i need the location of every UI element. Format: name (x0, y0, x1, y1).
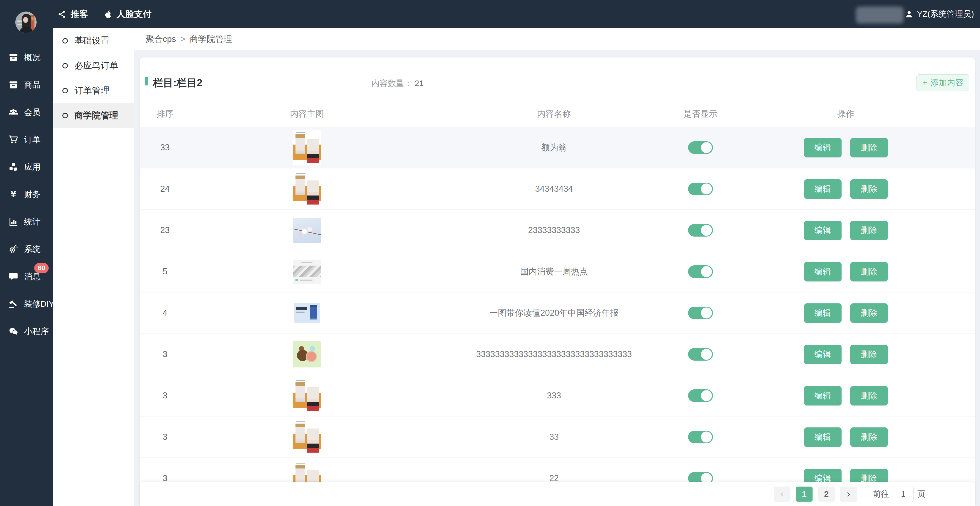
topbar-nav: 推客 人脸支付 (57, 0, 151, 28)
visibility-toggle[interactable] (688, 431, 713, 443)
edit-button[interactable]: 编辑 (804, 428, 842, 447)
edit-button[interactable]: 编辑 (804, 345, 842, 364)
sidebar-item-订单[interactable]: 订单 (0, 126, 53, 153)
redacted-text-blur (856, 6, 904, 24)
admin-page: 推客 人脸支付 YZ(系统管理员) (0, 0, 980, 506)
nav-item-face-pay[interactable]: 人脸支付 (103, 8, 151, 20)
breadcrumb-root[interactable]: 聚合cps (146, 34, 176, 45)
sidebar-item-装修DIY[interactable]: 装修DIY (0, 290, 53, 318)
content-name: 国内消费一周热点 (424, 266, 684, 278)
sidebar-item-应用[interactable]: 应用 (0, 153, 53, 181)
table-row: 3 333333333333333333333333333333333 编辑 删… (140, 334, 975, 375)
edit-button[interactable]: 编辑 (804, 303, 842, 323)
table-row: 23 23333333333 编辑 删除 (140, 210, 975, 251)
sidebar-item-概况[interactable]: 概况 (0, 44, 53, 71)
visibility-toggle[interactable] (688, 141, 713, 154)
table-row: 33 额为翁 编辑 删除 (140, 127, 975, 168)
submenu-item-label: 基础设置 (75, 35, 110, 47)
sidebar-item-label: 统计 (24, 216, 40, 228)
visibility-toggle[interactable] (688, 183, 713, 195)
apple-icon (103, 10, 113, 19)
submenu-item-基础设置[interactable]: 基础设置 (53, 28, 134, 53)
sidebar-item-统计[interactable]: 统计 (0, 208, 53, 235)
submenu-item-必应鸟订单[interactable]: 必应鸟订单 (53, 53, 134, 78)
table-row: 4 一图带你读懂2020年中国经济年报 编辑 删除 (140, 292, 975, 334)
sidebar-item-label: 小程序 (24, 326, 49, 337)
sidebar-menu: 概况 商品 会员 订单 应用 ¥ 财务 统计 系统 消息 (0, 44, 53, 345)
table-row: 5 国内消费一周热点 编辑 删除 (140, 251, 975, 292)
visibility-toggle[interactable] (688, 306, 713, 319)
sidebar-item-消息[interactable]: 消息 60 (0, 263, 53, 290)
sidebar-item-财务[interactable]: ¥ 财务 (0, 181, 53, 208)
goods-box-icon (8, 80, 19, 90)
sort-value: 23 (140, 225, 190, 235)
visibility-toggle[interactable] (688, 348, 713, 361)
edit-button[interactable]: 编辑 (804, 179, 842, 199)
sidebar-item-label: 系统 (24, 244, 40, 255)
breadcrumb: 聚合cps > 商学院管理 (134, 28, 980, 50)
orders-cart-icon (8, 134, 19, 145)
add-content-button[interactable]: + 添加内容 (916, 75, 969, 91)
sort-value: 5 (140, 267, 190, 276)
delete-button[interactable]: 删除 (850, 345, 888, 364)
circle-bullet-icon (62, 63, 68, 69)
delete-button[interactable]: 删除 (850, 303, 888, 323)
edit-button[interactable]: 编辑 (804, 262, 842, 281)
content-thumbnail-fashion-collage (293, 419, 321, 455)
column-header-visible: 是否显示 (684, 108, 717, 120)
delete-button[interactable]: 删除 (850, 138, 888, 158)
column-header-name: 内容名称 (424, 108, 684, 120)
sort-value: 3 (140, 350, 190, 359)
circle-bullet-icon (62, 113, 68, 118)
message-bubble-icon (8, 271, 19, 282)
page-title: 栏目:栏目2 (153, 76, 202, 90)
content-thumbnail-gray-poster (293, 260, 321, 284)
content-card: 栏目:栏目2 内容数量： 21 + 添加内容 排序 内容主图 内容名称 是否显示… (140, 57, 975, 506)
edit-button[interactable]: 编辑 (804, 386, 842, 405)
content-name: 333333333333333333333333333333333 (424, 350, 684, 359)
page-button-1[interactable]: 1 (796, 487, 813, 501)
sidebar-item-label: 应用 (24, 161, 40, 173)
table-row: 3 33 编辑 删除 (140, 417, 975, 458)
delete-button[interactable]: 删除 (850, 221, 888, 240)
submenu-panel: 基础设置 必应鸟订单 订单管理 商学院管理 (53, 28, 134, 506)
delete-button[interactable]: 删除 (850, 428, 888, 447)
edit-button[interactable]: 编辑 (804, 138, 842, 158)
column-header-sort: 排序 (140, 108, 190, 120)
submenu-item-订单管理[interactable]: 订单管理 (53, 78, 134, 103)
visibility-toggle[interactable] (688, 389, 713, 402)
pagination: ‹ 12 › 前往 页 (774, 482, 926, 506)
next-page-button[interactable]: › (840, 487, 857, 501)
delete-button[interactable]: 删除 (850, 179, 888, 199)
goto-page-input[interactable] (893, 486, 913, 502)
sidebar-item-商品[interactable]: 商品 (0, 71, 53, 99)
table-body: 33 额为翁 编辑 删除 24 34343434 编辑 删除 23 233333… (140, 127, 975, 499)
edit-button[interactable]: 编辑 (804, 221, 842, 240)
circle-bullet-icon (62, 88, 68, 93)
submenu-item-商学院管理[interactable]: 商学院管理 (53, 103, 134, 128)
nav-item-label: 推客 (71, 8, 88, 20)
sort-value: 33 (140, 143, 190, 153)
sidebar-item-系统[interactable]: 系统 (0, 235, 53, 263)
goto-unit-label: 页 (917, 488, 926, 500)
apps-cubes-icon (8, 162, 19, 172)
sidebar-item-label: 概况 (24, 52, 40, 63)
visibility-toggle[interactable] (688, 265, 713, 278)
delete-button[interactable]: 删除 (850, 386, 888, 405)
current-user[interactable]: YZ(系统管理员) (905, 8, 974, 20)
sidebar-item-小程序[interactable]: 小程序 (0, 318, 53, 345)
nav-item-tuike[interactable]: 推客 (57, 8, 88, 20)
user-avatar[interactable] (15, 11, 37, 33)
submenu-item-label: 商学院管理 (75, 110, 118, 121)
miniprogram-wechat-icon (8, 326, 19, 337)
prev-page-button[interactable]: ‹ (774, 487, 791, 501)
content-count-label: 内容数量： (371, 78, 412, 88)
sidebar-item-label: 财务 (24, 189, 40, 200)
content-name: 一图带你读懂2020年中国经济年报 (424, 307, 684, 319)
visibility-toggle[interactable] (688, 224, 713, 236)
sidebar-item-会员[interactable]: 会员 (0, 99, 53, 126)
page-button-2[interactable]: 2 (818, 487, 835, 501)
share-icon (57, 10, 67, 19)
svg-text:¥: ¥ (11, 190, 16, 199)
delete-button[interactable]: 删除 (850, 262, 888, 281)
